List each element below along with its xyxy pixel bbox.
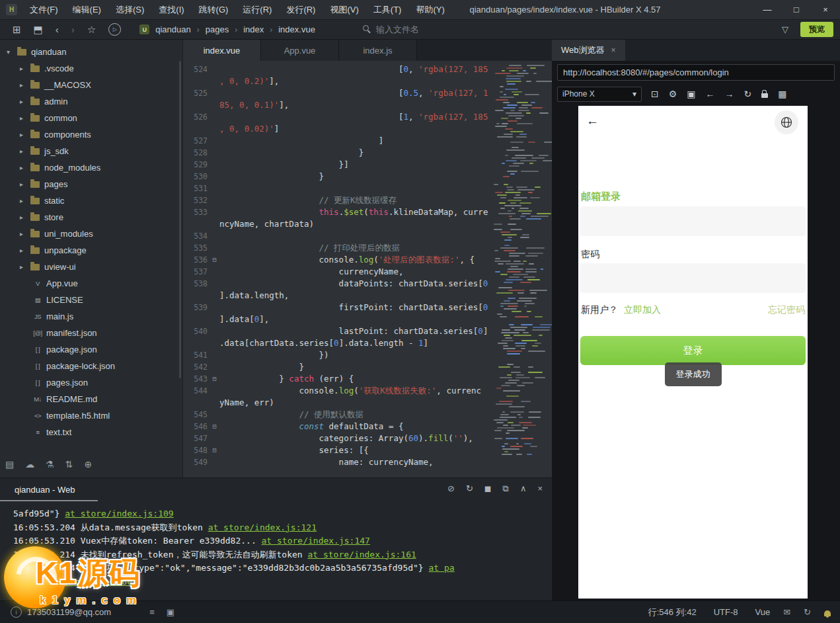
nav-forward-icon[interactable]: › [71,20,75,40]
code-line[interactable]: 532 // 更新K线数据缓存 [183,194,491,206]
tree-file[interactable]: [ ]package-lock.json [0,358,182,374]
back-icon[interactable]: ← [586,114,599,128]
tree-folder[interactable]: ▸js_sdk [0,143,182,159]
code-line[interactable]: 549 name: currencyName, [183,456,491,468]
tree-folder[interactable]: ▸pages [0,176,182,192]
code-line[interactable]: 541 }) [183,349,491,361]
console-link[interactable]: at pa [429,563,455,573]
bell-icon[interactable] [824,608,831,616]
fold-icon[interactable]: ⊟ [210,444,219,456]
breadcrumb-item[interactable]: qianduan [154,24,192,34]
menu-item[interactable]: 工具(T) [366,0,409,20]
code-line[interactable]: .data[chartData.series[0].data.length - … [183,337,491,349]
code-line[interactable]: 539 firstPoint: chartData.series[0 [183,302,491,313]
encoding-label[interactable]: UTF-8 [714,607,738,617]
tree-file[interactable]: [ ]pages.json [0,374,182,391]
tree-folder[interactable]: ▸store [0,209,182,226]
preview-button[interactable]: 预览 [800,22,833,37]
code-line[interactable]: ncyName, chartData) [183,218,491,230]
code-line[interactable]: 531 [183,183,491,194]
fold-icon[interactable]: ⊟ [210,373,219,385]
code-line[interactable]: 548⊟ series: [{ [183,444,491,456]
tree-file[interactable]: [@]manifest.json [0,325,182,341]
lock-icon[interactable] [761,90,768,98]
maximize-icon[interactable]: □ [782,0,811,20]
login-button[interactable]: 登录 [580,336,806,365]
console-tab[interactable]: qianduan - Web [15,485,75,495]
sidebar-scrollbar[interactable] [179,61,181,378]
language-mode[interactable]: Vue [755,607,771,617]
tree-file[interactable]: ≡text.txt [0,424,182,440]
code-line[interactable]: 530 } [183,171,491,183]
update-icon[interactable]: ↻ [804,607,811,617]
code-editor[interactable]: 524 [0, 'rgba(127, 185, 0, 0.2)'],525 [0… [183,63,491,478]
code-line[interactable]: 534 [183,230,491,242]
minimap[interactable] [494,63,549,460]
console-close-icon[interactable]: × [537,483,543,494]
message-icon[interactable]: ✉ [783,607,790,617]
code-line[interactable]: ].data[0], [183,313,491,325]
menu-item[interactable]: 视图(V) [323,0,365,20]
tree-file[interactable]: VApp.vue [0,275,182,292]
code-line[interactable]: 540 lastPoint: chartData.series[0] [183,325,491,337]
refresh-icon[interactable]: ↻ [744,89,752,99]
code-line[interactable]: 85, 0, 0.1)'], [183,99,491,111]
console-link[interactable]: at store/index.js:121 [208,522,317,532]
tree-folder[interactable]: ▸uni_modules [0,226,182,242]
code-line[interactable]: 537 currencyName, [183,266,491,278]
menu-item[interactable]: 编辑(E) [65,0,108,20]
sync-icon[interactable]: ⇅ [65,459,73,470]
forgot-password-link[interactable]: 忘记密码 [768,304,805,316]
filter-icon[interactable]: ▽ [782,24,788,34]
url-input[interactable]: http://localhost:8080/#/pages/common/log… [557,64,835,81]
code-line[interactable]: 543⊟ } catch (err) { [183,373,491,385]
tree-file[interactable]: M↓README.md [0,391,182,407]
device-select[interactable]: iPhone X ▾ [557,87,642,102]
code-line[interactable]: 536⊟ console.log('处理后的图表数据:', { [183,254,491,266]
cloud-icon[interactable]: ☁ [25,459,34,470]
menu-item[interactable]: 选择(S) [108,0,151,20]
console-clear-icon[interactable]: ⊘ [447,483,455,494]
code-line[interactable]: 533 this.$set(this.klineDataMap, curre [183,206,491,218]
console-link[interactable]: ges/common/login.vue:60 [13,577,132,587]
console-link[interactable]: at store/index.js:109 [65,509,173,519]
breadcrumb-item[interactable]: index [242,24,265,34]
console-restart-icon[interactable]: ↻ [466,483,473,494]
star-icon[interactable]: ☆ [87,20,96,40]
tab-index.js[interactable]: index.js [339,40,417,61]
tab-web-browser[interactable]: Web浏览器 × [552,40,625,61]
menu-item[interactable]: 查找(I) [151,0,191,20]
tree-folder[interactable]: ▸admin [0,93,182,110]
join-now-link[interactable]: 立即加入 [624,304,661,315]
console-stop-icon[interactable]: ◼ [484,483,492,494]
console-collapse-icon[interactable]: ∧ [520,483,527,494]
tab-App.vue[interactable]: App.vue [261,40,339,61]
code-line[interactable]: 545 // 使用默认数据 [183,409,491,421]
arrow-back-icon[interactable]: ← [706,89,715,99]
tree-folder[interactable]: ▸static [0,192,182,209]
menu-item[interactable]: 发行(R) [279,0,323,20]
code-line[interactable]: 526 [1, 'rgba(127, 185 [183,111,491,123]
explorer-icon[interactable]: ▤ [5,459,14,470]
tree-folder[interactable]: ▸unpackage [0,242,182,259]
email-input[interactable] [580,206,806,236]
gear-icon[interactable]: ⚙ [669,89,677,99]
tab-close-icon[interactable]: × [611,46,616,55]
breadcrumb-item[interactable]: index.vue [277,24,317,34]
fold-icon[interactable]: ⊟ [210,254,219,266]
code-line[interactable]: , 0, 0.02)'] [183,123,491,135]
tree-folder[interactable]: ▸uview-ui [0,259,182,275]
code-line[interactable]: 527 ] [183,135,491,147]
password-input[interactable] [580,263,806,293]
menu-item[interactable]: 文件(F) [22,0,65,20]
save-icon[interactable]: ⬒ [34,20,43,40]
console-link[interactable]: at store/index.js:147 [262,536,370,546]
image-icon[interactable]: ▣ [167,607,174,617]
menu-item[interactable]: 运行(R) [235,0,279,20]
outline-icon[interactable]: ≡ [149,607,155,617]
screenshot-icon[interactable]: ▣ [687,89,695,99]
tree-root[interactable]: ▾qianduan [0,44,182,60]
tree-file[interactable]: ▤LICENSE [0,292,182,308]
tree-file[interactable]: <>template.h5.html [0,407,182,424]
fold-icon[interactable]: ⊟ [210,421,219,433]
